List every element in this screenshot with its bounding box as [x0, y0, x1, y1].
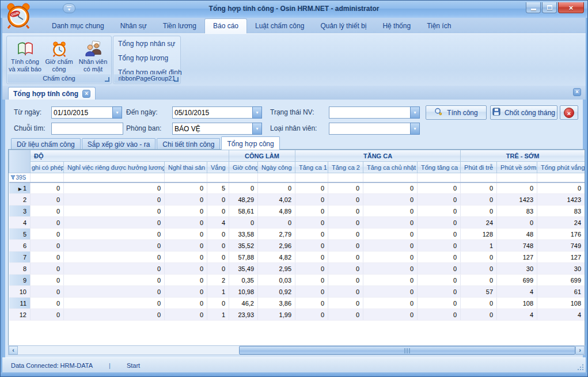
- grid-cell[interactable]: 0: [64, 205, 165, 217]
- grid-cell[interactable]: 0: [328, 229, 363, 240]
- menu-tab-tien-luong[interactable]: Tiền lương: [155, 19, 204, 33]
- grid-cell[interactable]: 0: [165, 229, 207, 240]
- grid-cell[interactable]: 0: [418, 309, 461, 321]
- grid-cell[interactable]: 0: [165, 240, 207, 252]
- grid-cell[interactable]: 0: [418, 182, 461, 194]
- resize-grip-icon[interactable]: [576, 363, 583, 370]
- grid-cell[interactable]: 0: [295, 240, 328, 252]
- menu-tab-tien-ich[interactable]: Tiện ích: [419, 19, 459, 33]
- grid-cell[interactable]: 1: [207, 286, 229, 298]
- grid-cell[interactable]: 0: [418, 194, 461, 205]
- grid-cell[interactable]: 61: [537, 286, 585, 298]
- grid-cell[interactable]: 0: [461, 309, 497, 321]
- grid-cell[interactable]: 83: [497, 205, 537, 217]
- grid-cell[interactable]: 0: [31, 286, 64, 298]
- grid-cell[interactable]: 0: [295, 286, 328, 298]
- grid-cell[interactable]: 0: [295, 205, 328, 217]
- grid-cell[interactable]: 0: [461, 298, 497, 309]
- grid-cell[interactable]: 0: [461, 182, 497, 194]
- grid-cell[interactable]: 4,89: [258, 205, 295, 217]
- band-header-tang-ca[interactable]: TĂNG CA: [295, 150, 461, 162]
- grid-cell[interactable]: 699: [537, 275, 585, 286]
- grid-cell[interactable]: 0: [295, 194, 328, 205]
- row-indicator-8[interactable]: 8: [9, 263, 31, 275]
- row-indicator-10[interactable]: 10: [9, 286, 31, 298]
- grid-cell[interactable]: 24: [461, 217, 497, 229]
- grid-cell[interactable]: 33,58: [229, 229, 258, 240]
- grid-tab-sap-xep-gio-vao-ra[interactable]: Sắp xếp giờ vào - ra: [82, 138, 156, 150]
- grid-cell[interactable]: 0: [207, 240, 229, 252]
- chevron-down-icon[interactable]: ▾: [410, 106, 420, 119]
- grid-cell[interactable]: 0: [363, 252, 418, 263]
- grid-cell[interactable]: 0: [207, 298, 229, 309]
- grid-cell[interactable]: 2: [207, 275, 229, 286]
- loai-nhan-vien-input[interactable]: [329, 123, 410, 135]
- grid-cell[interactable]: 1,99: [258, 309, 295, 321]
- grid-cell[interactable]: 0: [418, 263, 461, 275]
- grid-cell[interactable]: 0: [31, 229, 64, 240]
- grid-cell[interactable]: 2,96: [258, 240, 295, 252]
- grid-cell[interactable]: 1423: [537, 194, 585, 205]
- grid-cell[interactable]: 0: [64, 309, 165, 321]
- grid-cell[interactable]: 0: [363, 298, 418, 309]
- column-header-tong-tang-ca[interactable]: Tổng tăng ca: [418, 162, 461, 173]
- grid-cell[interactable]: 127: [537, 252, 585, 263]
- filter-cell-phut-i-tre[interactable]: [461, 173, 497, 182]
- chevron-down-icon[interactable]: ▾: [112, 106, 122, 119]
- grid-cell[interactable]: 2,79: [258, 229, 295, 240]
- grid-cell[interactable]: 0: [328, 309, 363, 321]
- row-indicator-6[interactable]: 6: [9, 240, 31, 252]
- column-header-vang[interactable]: Vắng: [207, 162, 229, 173]
- grid-cell[interactable]: 0: [64, 252, 165, 263]
- grid-cell[interactable]: 0: [64, 298, 165, 309]
- grid-cell[interactable]: 0: [64, 275, 165, 286]
- filter-cell-tong-phut-vang[interactable]: [537, 173, 585, 182]
- grid-cell[interactable]: 5: [207, 182, 229, 194]
- grid-cell[interactable]: 57,88: [229, 252, 258, 263]
- grid-cell[interactable]: 128: [461, 229, 497, 240]
- column-header-phut-i-tre[interactable]: Phút đi trễ: [461, 162, 497, 173]
- row-indicator-7[interactable]: 7: [9, 252, 31, 263]
- cancel-button[interactable]: ×: [560, 105, 578, 120]
- grid-cell[interactable]: 0: [328, 286, 363, 298]
- grid-cell[interactable]: 0: [461, 275, 497, 286]
- grid-cell[interactable]: 0: [497, 217, 537, 229]
- grid-cell[interactable]: 0: [328, 252, 363, 263]
- grid-cell[interactable]: 0: [461, 252, 497, 263]
- grid-cell[interactable]: 0,03: [258, 275, 295, 286]
- grid-tab-chi-tiet-tinh-cong[interactable]: Chi tiết tính công: [157, 138, 220, 150]
- grid-cell[interactable]: 10,98: [229, 286, 258, 298]
- grid-cell[interactable]: 0: [363, 309, 418, 321]
- grid-cell[interactable]: 0: [31, 275, 64, 286]
- grid-cell[interactable]: 83: [537, 205, 585, 217]
- grid-cell[interactable]: 0: [165, 194, 207, 205]
- grid-cell[interactable]: 0,35: [229, 275, 258, 286]
- menu-tab-he-thong[interactable]: Hệ thống: [374, 19, 419, 33]
- grid-cell[interactable]: 0: [295, 252, 328, 263]
- menu-tab-danh-muc-chung[interactable]: Danh mục chung: [44, 19, 112, 33]
- grid-cell[interactable]: 0: [64, 182, 165, 194]
- scroll-right-icon[interactable]: ›: [575, 346, 585, 355]
- grid-cell[interactable]: 0: [461, 205, 497, 217]
- grid-cell[interactable]: 4: [497, 309, 537, 321]
- doc-tab-close-icon[interactable]: ×: [82, 90, 90, 98]
- grid-cell[interactable]: 57: [461, 286, 497, 298]
- trang-thai-nv-input[interactable]: [329, 106, 410, 119]
- band-header-o[interactable]: ĐỘ: [31, 150, 229, 162]
- grid-cell[interactable]: 3,86: [258, 298, 295, 309]
- grid-cell[interactable]: 0: [165, 217, 207, 229]
- grid-cell[interactable]: 58,61: [229, 205, 258, 217]
- column-header-ghi-co-phep[interactable]: ghi có phép: [31, 162, 64, 173]
- grid-cell[interactable]: 4: [497, 286, 537, 298]
- grid-cell[interactable]: 0: [328, 217, 363, 229]
- grid-cell[interactable]: 748: [497, 240, 537, 252]
- grid-cell[interactable]: 0: [31, 182, 64, 194]
- grid-cell[interactable]: 0: [363, 286, 418, 298]
- row-indicator-11[interactable]: 11: [9, 298, 31, 309]
- row-indicator-12[interactable]: 12: [9, 309, 31, 321]
- column-header-tong-phut-vang[interactable]: Tổng phút vắng: [537, 162, 585, 173]
- grid-cell[interactable]: 0: [31, 240, 64, 252]
- grid-cell[interactable]: 4,82: [258, 252, 295, 263]
- column-header-nghi-viec-rieng-uoc-huong-luong[interactable]: Nghỉ việc riêng được hưởng lương: [64, 162, 165, 173]
- grid-cell[interactable]: 0,92: [258, 286, 295, 298]
